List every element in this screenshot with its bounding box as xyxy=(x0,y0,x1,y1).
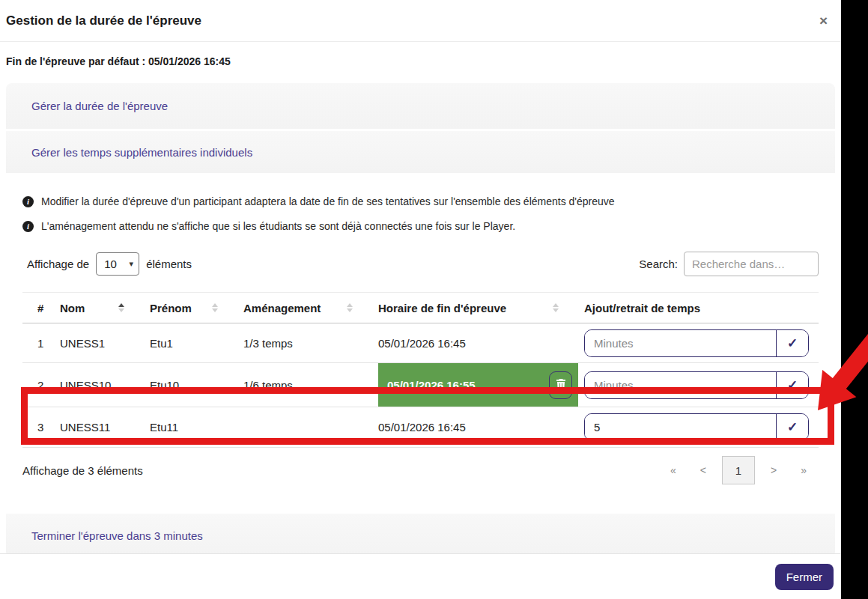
cell-prenom: Etu1 xyxy=(150,323,243,362)
cell-prenom: Etu11 xyxy=(150,407,243,447)
sort-icon xyxy=(347,303,353,312)
cell-time-adjust: ✓ xyxy=(584,323,819,362)
pagination-last-button[interactable]: » xyxy=(789,464,819,476)
info-note-duration: i Modifier la durée d'épreuve d'un parti… xyxy=(22,195,819,207)
column-header-prenom[interactable]: Prénom xyxy=(150,302,243,314)
search-input[interactable] xyxy=(684,252,819,276)
accordion-item-individual-times[interactable]: Gérer les temps supplémentaires individu… xyxy=(6,131,835,173)
length-prefix-label: Affichage de xyxy=(27,258,89,270)
table-controls: Affichage de 10 ▾ éléments Search: xyxy=(22,252,819,276)
cell-prenom: Etu10 xyxy=(150,363,243,407)
confirm-time-button[interactable]: ✓ xyxy=(776,330,808,356)
modal-body: Fin de l'épreuve par défaut : 05/01/2026… xyxy=(0,42,841,558)
table-row: 1 UNESS1 Etu1 1/3 temps 05/01/2026 16:45… xyxy=(22,323,819,363)
cell-time-adjust: ✓ xyxy=(584,363,819,407)
table-header-row: # Nom Prénom Aménagement xyxy=(22,293,819,323)
sort-icon xyxy=(553,303,559,312)
info-note-text: L'aménagement attendu ne s'affiche que s… xyxy=(41,220,515,232)
pagination-prev-button[interactable]: < xyxy=(688,464,718,476)
fermer-button[interactable]: Fermer xyxy=(775,564,834,590)
cell-nom: UNESS10 xyxy=(60,363,150,407)
sort-icon xyxy=(118,303,124,312)
accordion-label-terminate: Terminer l'épreuve dans 3 minutes xyxy=(31,529,203,542)
column-header-nom[interactable]: Nom xyxy=(60,302,150,314)
check-icon: ✓ xyxy=(787,335,798,351)
info-note-amenagement: i L'aménagement attendu ne s'affiche que… xyxy=(22,220,819,232)
close-icon[interactable]: × xyxy=(815,10,832,31)
confirm-time-button[interactable]: ✓ xyxy=(776,414,808,440)
duration-management-modal: Gestion de la durée de l'épreuve × Fin d… xyxy=(0,0,841,599)
page-length-select[interactable]: 10 ▾ xyxy=(96,252,139,276)
cell-horaire: 05/01/2026 16:45 xyxy=(378,407,584,447)
individual-times-panel: i Modifier la durée d'épreuve d'un parti… xyxy=(6,173,835,490)
modal-footer: Fermer xyxy=(0,553,841,599)
table-row: 3 UNESS11 Etu11 05/01/2026 16:45 ✓ xyxy=(22,407,819,448)
default-end-text: Fin de l'épreuve par défaut : 05/01/2026… xyxy=(6,55,835,67)
column-header-horaire[interactable]: Horaire de fin d'épreuve xyxy=(378,302,584,314)
pager: « < 1 > » xyxy=(658,456,819,484)
info-icon: i xyxy=(22,221,34,232)
modal-title: Gestion de la durée de l'épreuve xyxy=(6,13,201,28)
participants-table: # Nom Prénom Aménagement xyxy=(22,292,819,448)
info-note-text: Modifier la durée d'épreuve d'un partici… xyxy=(41,195,615,207)
minutes-input[interactable] xyxy=(585,372,776,398)
time-adjust-group: ✓ xyxy=(584,413,809,441)
horaire-value: 05/01/2026 16:55 xyxy=(387,379,476,392)
confirm-time-button[interactable]: ✓ xyxy=(776,372,808,398)
cell-time-adjust: ✓ xyxy=(584,407,819,447)
cell-amenagement xyxy=(243,407,378,447)
accordion-label-manage-duration: Gérer la durée de l'épreuve xyxy=(31,100,168,112)
minutes-input[interactable] xyxy=(585,330,776,356)
check-icon: ✓ xyxy=(787,419,798,435)
accordion-item-manage-duration[interactable]: Gérer la durée de l'épreuve xyxy=(6,83,835,129)
cell-amenagement: 1/3 temps xyxy=(243,323,378,362)
cell-nom: UNESS1 xyxy=(60,323,150,362)
accordion-label-individual-times: Gérer les temps supplémentaires individu… xyxy=(31,146,252,159)
search-control: Search: xyxy=(639,252,819,276)
check-icon: ✓ xyxy=(787,377,798,393)
cell-num: 3 xyxy=(22,407,60,447)
info-icon: i xyxy=(22,196,34,207)
modal-header: Gestion de la durée de l'épreuve × xyxy=(0,0,841,42)
table-info-text: Affichage de 3 éléments xyxy=(22,464,143,477)
table-row: 2 UNESS10 Etu10 1/6 temps 05/01/2026 16:… xyxy=(22,363,819,407)
pagination-next-button[interactable]: > xyxy=(759,464,789,476)
column-header-amenagement[interactable]: Aménagement xyxy=(243,302,378,314)
search-label: Search: xyxy=(639,258,678,270)
pagination-first-button[interactable]: « xyxy=(658,464,688,476)
cell-horaire: 05/01/2026 16:45 xyxy=(378,323,584,362)
column-header-num: # xyxy=(22,302,60,314)
time-adjust-group: ✓ xyxy=(584,371,809,399)
chevron-down-icon: ▾ xyxy=(130,259,134,269)
minutes-input[interactable] xyxy=(585,414,776,440)
pagination-row: Affichage de 3 éléments « < 1 > » xyxy=(22,454,819,486)
cell-nom: UNESS11 xyxy=(60,407,150,447)
accordion-item-terminate[interactable]: Terminer l'épreuve dans 3 minutes xyxy=(6,514,835,558)
page-length-value: 10 xyxy=(104,258,117,270)
cell-num: 2 xyxy=(22,363,60,407)
cell-horaire-highlighted: 05/01/2026 16:55 xyxy=(378,363,578,407)
trash-icon xyxy=(556,379,566,391)
sort-icon xyxy=(212,303,218,312)
column-header-ajout-retrait: Ajout/retrait de temps xyxy=(584,302,819,314)
pagination-current-page[interactable]: 1 xyxy=(722,456,755,484)
cell-amenagement: 1/6 temps xyxy=(243,363,378,407)
time-adjust-group: ✓ xyxy=(584,329,809,357)
cell-num: 1 xyxy=(22,323,60,362)
delete-time-button[interactable] xyxy=(549,371,572,399)
page-length-control: Affichage de 10 ▾ éléments xyxy=(22,252,192,276)
length-suffix-label: éléments xyxy=(146,258,192,270)
